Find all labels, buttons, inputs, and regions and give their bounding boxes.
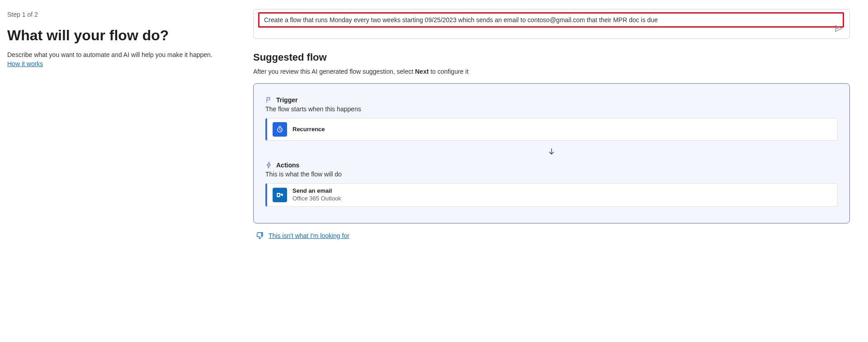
- actions-subtitle: This is what the flow will do: [265, 171, 838, 178]
- flag-icon: [265, 96, 273, 104]
- action-step-sub: Office 365 Outlook: [292, 195, 341, 203]
- not-what-looking-for-link[interactable]: This isn't what I'm looking for: [269, 232, 349, 239]
- lightning-icon: [265, 162, 273, 169]
- trigger-step-title: Recurrence: [292, 126, 325, 133]
- send-icon[interactable]: [834, 24, 843, 33]
- suggested-flow-heading: Suggested flow: [253, 52, 850, 63]
- feedback-row: This isn't what I'm looking for: [253, 232, 850, 240]
- prompt-text-highlight: Create a flow that runs Monday every two…: [258, 12, 844, 28]
- how-it-works-link[interactable]: How it works: [7, 60, 43, 67]
- suggested-flow-subtext: After you review this AI generated flow …: [253, 68, 850, 75]
- svg-point-3: [278, 194, 280, 196]
- page-description: Describe what you want to automate and A…: [7, 51, 226, 58]
- suggested-subtext-bold: Next: [415, 68, 429, 75]
- trigger-subtitle: The flow starts when this happens: [265, 105, 838, 113]
- actions-label: Actions: [276, 162, 299, 169]
- right-panel: Create a flow that runs Monday every two…: [235, 0, 868, 342]
- action-step-title: Send an email: [292, 187, 341, 195]
- trigger-step-card[interactable]: Recurrence: [265, 118, 838, 141]
- thumbs-down-icon[interactable]: [256, 232, 264, 240]
- actions-section-header: Actions: [265, 162, 838, 169]
- trigger-label: Trigger: [276, 96, 297, 104]
- recurrence-icon: [273, 122, 287, 137]
- outlook-icon: [273, 188, 287, 202]
- suggested-flow-card: Trigger The flow starts when this happen…: [253, 83, 850, 223]
- suggested-subtext-prefix: After you review this AI generated flow …: [253, 68, 415, 75]
- prompt-input-container[interactable]: Create a flow that runs Monday every two…: [253, 9, 850, 39]
- suggested-subtext-suffix: to configure it: [429, 68, 468, 75]
- action-step-card[interactable]: Send an email Office 365 Outlook: [265, 183, 838, 207]
- arrow-down-icon: [265, 147, 838, 156]
- step-indicator: Step 1 of 2: [7, 11, 226, 18]
- trigger-section-header: Trigger: [265, 96, 838, 104]
- page-title: What will your flow do?: [7, 27, 226, 44]
- left-panel: Step 1 of 2 What will your flow do? Desc…: [0, 0, 235, 342]
- trigger-step-text: Recurrence: [292, 126, 325, 133]
- action-step-text: Send an email Office 365 Outlook: [292, 187, 341, 203]
